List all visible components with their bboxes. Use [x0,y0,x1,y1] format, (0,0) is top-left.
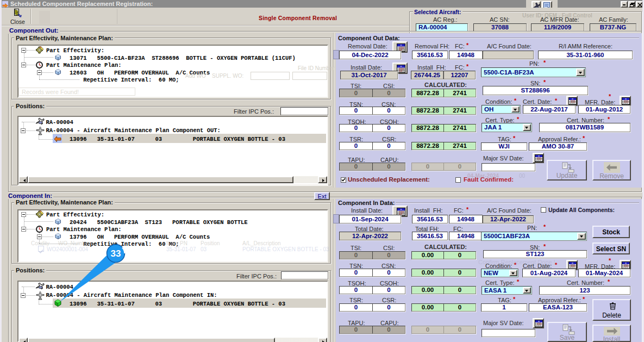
svg-text:33: 33 [111,248,121,259]
